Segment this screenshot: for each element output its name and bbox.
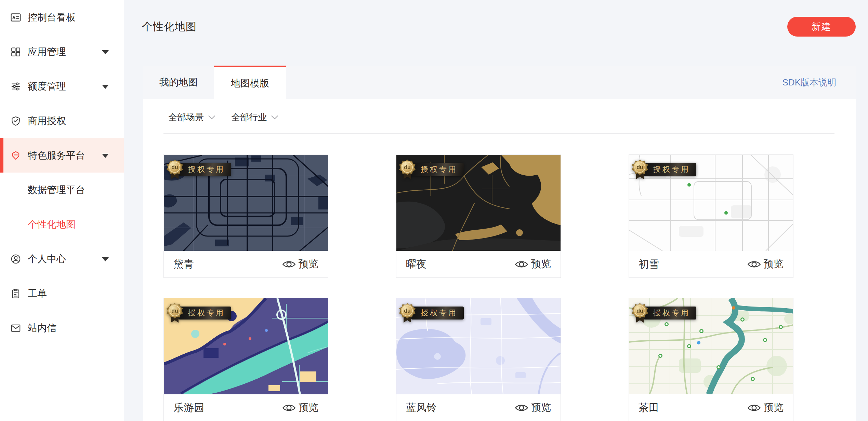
card-footer: 曜夜 预览 <box>396 251 561 277</box>
preview-button[interactable]: 预览 <box>515 401 551 415</box>
preview-button[interactable]: 预览 <box>747 257 784 271</box>
quota-icon <box>10 81 21 92</box>
card-name: 茶田 <box>639 401 659 415</box>
sidebar-item-label: 特色服务平台 <box>28 149 85 162</box>
authorized-badge: du 授权专用 <box>398 159 464 180</box>
preview-button[interactable]: 预览 <box>747 401 784 415</box>
sidebar-item-label: 额度管理 <box>28 80 66 93</box>
du-medal-icon: du <box>398 159 417 180</box>
map-card-leyouyuan[interactable]: du 授权专用 乐游园 预览 <box>163 298 328 421</box>
sidebar-item-personal-center[interactable]: 个人中心 <box>0 242 124 276</box>
sidebar-item-label: 个性化地图 <box>28 218 76 231</box>
du-logo-text: du <box>398 159 417 175</box>
license-icon <box>10 116 21 126</box>
du-medal-icon: du <box>166 159 184 180</box>
sidebar-item-label: 站内信 <box>28 322 56 335</box>
du-medal-icon: du <box>166 303 184 323</box>
preview-label: 预览 <box>764 401 784 415</box>
content-panel: 全部场景 全部行业 <box>143 99 856 421</box>
badge-label: 授权专用 <box>179 163 231 176</box>
card-footer: 蓝风铃 预览 <box>396 394 561 421</box>
tab-strip: 我的地图 地图模版 SDK版本说明 <box>143 66 856 99</box>
tab-label: 地图模版 <box>231 77 269 90</box>
sidebar: 控制台看板 应用管理 额度管理 商用授权 特色服务平台 数据管理平台 个性化地图… <box>0 0 124 421</box>
map-card-daiqing[interactable]: du 授权专用 黛青 预览 <box>163 154 328 278</box>
sidebar-item-label: 数据管理平台 <box>28 184 85 196</box>
tab-map-templates[interactable]: 地图模版 <box>214 66 286 99</box>
authorized-badge: du 授权专用 <box>166 159 231 180</box>
preview-button[interactable]: 预览 <box>515 257 551 271</box>
preview-label: 预览 <box>764 257 784 271</box>
tab-my-maps[interactable]: 我的地图 <box>143 66 214 99</box>
sidebar-item-label: 工单 <box>28 287 47 300</box>
eye-icon <box>515 260 528 269</box>
map-card-chuxue[interactable]: du 授权专用 初雪 预览 <box>629 154 793 278</box>
du-medal-icon: du <box>398 303 417 323</box>
preview-label: 预览 <box>531 401 551 415</box>
sidebar-item-personalized-map[interactable]: 个性化地图 <box>0 207 124 242</box>
sidebar-item-site-mail[interactable]: 站内信 <box>0 311 124 345</box>
filter-industry[interactable]: 全部行业 <box>231 111 278 123</box>
sidebar-item-license[interactable]: 商用授权 <box>0 104 124 138</box>
caret-down-icon <box>102 50 109 54</box>
new-map-button[interactable]: 新建 <box>787 17 856 37</box>
authorized-badge: du 授权专用 <box>398 303 464 323</box>
dashboard-icon <box>10 12 21 23</box>
featured-services-icon <box>10 150 21 161</box>
card-footer: 茶田 预览 <box>629 394 793 421</box>
filter-label: 全部场景 <box>168 111 204 123</box>
map-card-chatian[interactable]: du 授权专用 茶田 预览 <box>629 298 793 421</box>
sidebar-item-label: 商用授权 <box>28 114 66 127</box>
badge-label: 授权专用 <box>179 307 231 320</box>
sidebar-item-label: 应用管理 <box>28 45 66 58</box>
chevron-down-icon <box>271 115 278 120</box>
sidebar-item-work-order[interactable]: 工单 <box>0 276 124 311</box>
eye-icon <box>282 260 296 269</box>
card-footer: 乐游园 预览 <box>164 394 328 421</box>
filter-label: 全部行业 <box>231 111 267 123</box>
preview-button[interactable]: 预览 <box>282 257 318 271</box>
du-logo-text: du <box>166 303 184 319</box>
du-logo-text: du <box>166 159 184 175</box>
card-footer: 黛青 预览 <box>164 251 328 277</box>
eye-icon <box>747 260 761 269</box>
card-name: 黛青 <box>173 257 194 271</box>
caret-down-icon <box>102 257 109 261</box>
badge-label: 授权专用 <box>644 307 696 320</box>
sidebar-item-apps[interactable]: 应用管理 <box>0 35 124 69</box>
sidebar-item-featured-services[interactable]: 特色服务平台 <box>0 138 124 173</box>
badge-label: 授权专用 <box>411 307 464 320</box>
card-footer: 初雪 预览 <box>629 251 793 277</box>
du-medal-icon: du <box>631 159 649 180</box>
sidebar-item-dashboard[interactable]: 控制台看板 <box>0 0 124 35</box>
main-content: 个性化地图 新建 我的地图 地图模版 SDK版本说明 全部场景 全部行业 <box>124 0 868 421</box>
sidebar-item-quota[interactable]: 额度管理 <box>0 69 124 104</box>
page-header: 个性化地图 新建 <box>142 16 856 37</box>
apps-icon <box>10 46 21 57</box>
card-name: 初雪 <box>639 257 659 271</box>
eye-icon <box>515 403 528 412</box>
authorized-badge: du 授权专用 <box>631 159 696 180</box>
title-divider <box>208 27 772 27</box>
du-logo-text: du <box>631 159 649 175</box>
map-card-lanfengling[interactable]: du 授权专用 蓝风铃 预览 <box>396 298 561 421</box>
du-medal-icon: du <box>631 303 649 323</box>
tab-label: 我的地图 <box>159 76 198 89</box>
card-name: 蓝风铃 <box>406 401 437 415</box>
filter-bar: 全部场景 全部行业 <box>168 111 278 123</box>
sdk-version-link[interactable]: SDK版本说明 <box>782 77 836 89</box>
authorized-badge: du 授权专用 <box>166 303 231 323</box>
card-name: 曜夜 <box>406 257 426 271</box>
eye-icon <box>282 403 296 412</box>
filter-scene[interactable]: 全部场景 <box>168 111 215 123</box>
badge-label: 授权专用 <box>411 163 464 176</box>
template-card-grid: du 授权专用 黛青 预览 <box>163 154 793 421</box>
mail-icon <box>10 323 21 334</box>
preview-label: 预览 <box>299 401 318 415</box>
preview-button[interactable]: 预览 <box>282 401 318 415</box>
sidebar-item-data-platform[interactable]: 数据管理平台 <box>0 173 124 207</box>
card-name: 乐游园 <box>173 401 204 415</box>
map-card-yaoye[interactable]: du 授权专用 曜夜 预览 <box>396 154 561 278</box>
user-icon <box>10 254 21 264</box>
du-logo-text: du <box>398 303 417 319</box>
